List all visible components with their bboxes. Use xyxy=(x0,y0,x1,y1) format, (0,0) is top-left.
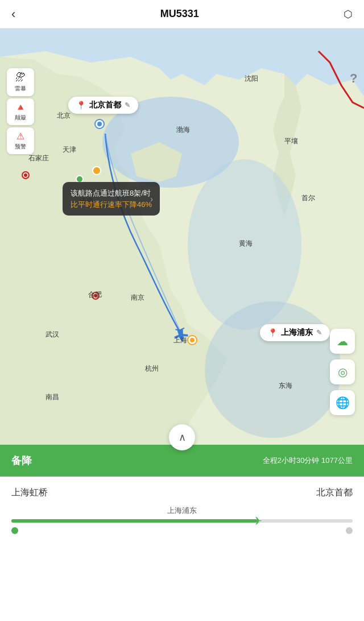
city-label: 首尔 xyxy=(301,193,315,203)
svg-point-3 xyxy=(205,301,341,438)
weather-sidebar: ⛈ 雷暴 🔺 颠簸 ⚠ 预警 xyxy=(7,68,34,154)
origin-dot xyxy=(11,527,18,534)
map-buttons: ☁ ◎ 🌐 xyxy=(330,329,355,415)
locate-button[interactable]: ◎ xyxy=(330,359,355,384)
route-tooltip[interactable]: 该航路点通过航班8架/时 比平时通行速率下降46% › xyxy=(63,182,160,216)
city-label: 上海 xyxy=(173,336,187,345)
target-icon: ◎ xyxy=(338,365,348,379)
cloud-layer-button[interactable]: ☁ xyxy=(330,329,355,354)
city-label: 平壤 xyxy=(284,136,298,146)
city-label: 杭州 xyxy=(145,364,159,374)
progress-area: 上海浦东 ✈ xyxy=(0,499,364,534)
route-info: 上海虹桥 北京首都 xyxy=(0,477,364,499)
alternate-label: 备降 xyxy=(11,454,32,467)
storm-icon: ⛈ xyxy=(15,72,26,84)
globe-button[interactable]: 🌐 xyxy=(330,390,355,415)
progress-bar: ✈ xyxy=(11,519,353,523)
map-container: ? 沈阳平壤首尔黄海渤海东海北京天津济南南京上海杭州合肥武汉南昌石家庄 ⛈ 雷暴… xyxy=(0,28,364,461)
city-label: 黄海 xyxy=(239,239,253,249)
bottom-panel: 备降 全程2小时30分钟 1077公里 上海虹桥 北京首都 上海浦东 ✈ xyxy=(0,445,364,621)
shanghai-label-text: 上海浦东 xyxy=(281,328,313,338)
destination-airport: 北京首都 xyxy=(316,487,353,499)
turbulence-label: 颠簸 xyxy=(15,114,26,122)
collapse-button[interactable]: ∧ xyxy=(169,424,195,450)
tooltip-arrow-icon: › xyxy=(150,194,153,204)
svg-point-8 xyxy=(97,122,102,126)
city-label: 沈阳 xyxy=(245,74,258,84)
weather-item-storm[interactable]: ⛈ 雷暴 xyxy=(7,68,34,96)
plane-progress-icon: ✈ xyxy=(253,514,262,528)
city-label: 南昌 xyxy=(46,392,59,402)
tooltip-line2: 比平时通行速率下降46% xyxy=(71,199,152,210)
shanghai-edit-icon: ✎ xyxy=(316,329,322,337)
back-button[interactable]: ‹ xyxy=(11,7,15,22)
progress-fill xyxy=(11,519,257,523)
beijing-airport-label[interactable]: 📍 北京首都 ✎ xyxy=(68,97,138,114)
svg-point-4 xyxy=(93,167,101,175)
header: ‹ MU5331 ⬡ xyxy=(0,0,364,28)
svg-point-10 xyxy=(190,338,195,342)
cloud-icon: ☁ xyxy=(337,334,348,348)
svg-text:?: ? xyxy=(350,71,357,85)
turbulence-icon: 🔺 xyxy=(15,102,26,113)
progress-dots xyxy=(11,527,353,534)
globe-icon: 🌐 xyxy=(336,396,350,409)
tooltip-line1: 该航路点通过航班8架/时 xyxy=(71,188,152,199)
mid-stop-label: 上海浦东 xyxy=(11,506,353,516)
city-label: 武汉 xyxy=(46,330,59,340)
city-label: 合肥 xyxy=(88,290,102,300)
storm-label: 雷暴 xyxy=(15,85,26,93)
share-button[interactable]: ⬡ xyxy=(344,8,353,20)
shanghai-airport-label[interactable]: 📍 上海浦东 ✎ xyxy=(260,324,330,341)
shanghai-pin-icon: 📍 xyxy=(268,328,278,337)
flight-duration-info: 全程2小时30分钟 1077公里 xyxy=(263,456,353,466)
location-icon: 📍 xyxy=(76,101,86,110)
city-label: 南京 xyxy=(131,293,144,303)
warning-label: 预警 xyxy=(15,143,26,151)
city-label: 北京 xyxy=(57,111,71,121)
beijing-label-text: 北京首都 xyxy=(89,100,121,110)
city-label: 天津 xyxy=(63,145,76,155)
city-label: 石家庄 xyxy=(28,154,49,163)
chevron-up-icon: ∧ xyxy=(179,431,186,444)
destination-dot xyxy=(346,527,353,534)
origin-airport: 上海虹桥 xyxy=(11,487,48,499)
warning-icon: ⚠ xyxy=(16,131,24,142)
edit-icon: ✎ xyxy=(125,101,130,109)
flight-number: MU5331 xyxy=(160,8,199,20)
city-label: 渤海 xyxy=(176,125,190,135)
weather-item-turbulence[interactable]: 🔺 颠簸 xyxy=(7,98,34,125)
city-label: 东海 xyxy=(279,381,292,391)
weather-item-warning[interactable]: ⚠ 预警 xyxy=(7,127,34,154)
svg-point-12 xyxy=(24,173,27,177)
